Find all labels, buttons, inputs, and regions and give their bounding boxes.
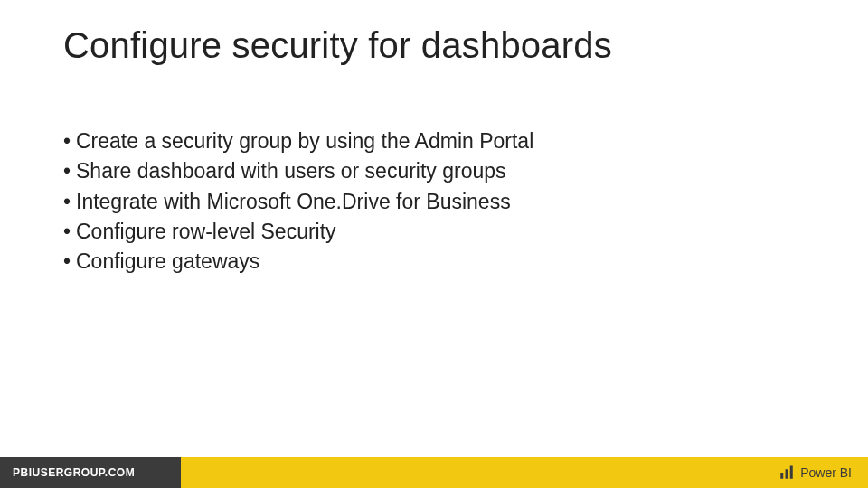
- bullet-icon: •: [63, 156, 76, 186]
- bullet-text: Integrate with Microsoft One.Drive for B…: [76, 187, 511, 217]
- powerbi-text: Power BI: [800, 465, 852, 480]
- slide-title: Configure security for dashboards: [63, 25, 612, 66]
- svg-rect-0: [780, 473, 783, 479]
- bullet-text: Share dashboard with users or security g…: [76, 156, 506, 186]
- slide-body: • Create a security group by using the A…: [63, 127, 805, 277]
- bullet-text: Configure gateways: [76, 247, 259, 277]
- slide-footer: PBIUSERGROUP.COM Power BI: [0, 457, 868, 488]
- footer-left-text: PBIUSERGROUP.COM: [13, 466, 135, 479]
- bullet-text: Create a security group by using the Adm…: [76, 127, 533, 156]
- bullet-icon: •: [63, 127, 76, 156]
- svg-rect-1: [786, 469, 788, 479]
- bullet-icon: •: [63, 217, 76, 247]
- bullet-text: Configure row-level Security: [76, 217, 336, 247]
- bullet-icon: •: [63, 247, 76, 277]
- slide: Configure security for dashboards • Crea…: [0, 0, 868, 488]
- powerbi-icon: [778, 465, 795, 481]
- list-item: • Configure gateways: [63, 247, 805, 277]
- powerbi-logo: Power BI: [778, 465, 852, 481]
- list-item: • Configure row-level Security: [63, 217, 805, 247]
- list-item: • Create a security group by using the A…: [63, 127, 805, 156]
- footer-left-panel: PBIUSERGROUP.COM: [0, 457, 181, 488]
- svg-rect-2: [790, 466, 793, 479]
- list-item: • Integrate with Microsoft One.Drive for…: [63, 187, 805, 217]
- footer-right-panel: Power BI: [181, 457, 868, 488]
- bullet-icon: •: [63, 187, 76, 217]
- list-item: • Share dashboard with users or security…: [63, 156, 805, 186]
